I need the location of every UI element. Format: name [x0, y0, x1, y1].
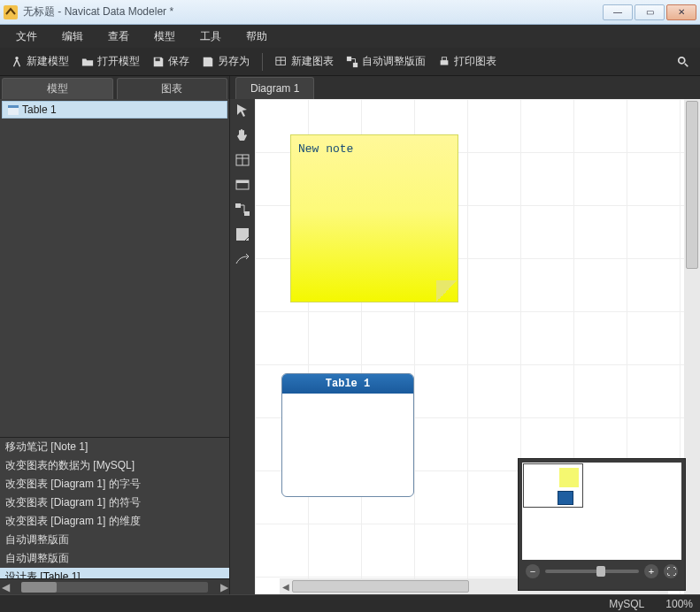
new-table-button[interactable]: 新建图表 [270, 51, 339, 72]
svg-rect-0 [4, 5, 18, 19]
svg-rect-5 [353, 62, 358, 66]
history-item[interactable]: 改变图表 [Diagram 1] 的字号 [0, 475, 229, 493]
right-panel: Diagram 1 New note Table 1 [230, 76, 700, 594]
menu-tools[interactable]: 工具 [188, 26, 234, 48]
save-as-button[interactable]: 另存为 [196, 51, 255, 72]
left-panel: 模型 图表 Table 1 移动笔记 [Note 1] 改变图表的数据为 [My… [0, 76, 230, 594]
folder-open-icon [81, 56, 94, 68]
save-icon [152, 56, 165, 68]
minimize-button[interactable]: — [603, 4, 633, 20]
canvas-vertical-scrollbar[interactable] [684, 99, 700, 594]
menu-help[interactable]: 帮助 [234, 26, 280, 48]
menu-model[interactable]: 模型 [142, 26, 188, 48]
table-plus-icon [275, 56, 288, 68]
menubar: 文件 编辑 查看 模型 工具 帮助 [0, 25, 700, 48]
print-button[interactable]: 打印图表 [433, 51, 502, 72]
history-item[interactable]: 改变图表 [Diagram 1] 的符号 [0, 493, 229, 512]
printer-icon [438, 56, 450, 68]
note-text: New note [298, 142, 353, 156]
tree-panel[interactable]: Table 1 [0, 99, 229, 437]
history-panel[interactable]: 移动笔记 [Note 1] 改变图表的数据为 [MySQL] 改变图表 [Dia… [0, 437, 229, 578]
layout-icon [346, 56, 358, 68]
zoom-out-button[interactable]: − [526, 564, 540, 578]
note-tool-icon[interactable] [235, 226, 250, 242]
menu-file[interactable]: 文件 [4, 26, 50, 48]
table-title: Table 1 [282, 374, 413, 394]
open-model-button[interactable]: 打开模型 [76, 51, 145, 72]
scroll-thumb[interactable] [292, 580, 469, 593]
tab-chart[interactable]: 图表 [117, 78, 228, 99]
tab-model[interactable]: 模型 [2, 78, 113, 99]
svg-rect-13 [236, 180, 249, 183]
note-fold-icon [436, 280, 458, 302]
app-icon [4, 5, 18, 19]
history-item[interactable]: 改变图表的数据为 [MySQL] [0, 456, 229, 475]
compass-icon [11, 56, 23, 68]
statusbar: MySQL 100% [0, 594, 700, 612]
status-zoom: 100% [665, 598, 693, 610]
minimap-canvas[interactable] [522, 463, 681, 560]
view-tool-icon[interactable] [235, 177, 250, 193]
canvas-tabs: Diagram 1 [230, 76, 700, 99]
tab-diagram-1[interactable]: Diagram 1 [235, 77, 314, 99]
note-object[interactable]: New note [290, 134, 458, 302]
save-as-icon [202, 56, 214, 68]
left-tabs: 模型 图表 [0, 76, 229, 99]
print-label: 打印图表 [454, 54, 496, 69]
maximize-button[interactable]: ▭ [635, 4, 665, 20]
svg-rect-15 [244, 211, 250, 216]
scroll-track[interactable] [21, 582, 208, 593]
search-button[interactable] [672, 53, 695, 71]
minimap-viewport[interactable] [523, 463, 583, 508]
menu-view[interactable]: 查看 [96, 26, 142, 48]
history-item-selected[interactable]: 设计表 [Table 1] [0, 568, 229, 578]
canvas-toolbar [230, 99, 255, 594]
left-scrollbar[interactable]: ◀ ▶ [0, 578, 229, 594]
scroll-thumb[interactable] [21, 582, 57, 593]
save-as-label: 另存为 [218, 54, 250, 69]
save-button[interactable]: 保存 [147, 51, 195, 72]
search-icon [677, 56, 689, 68]
new-table-label: 新建图表 [291, 54, 334, 69]
window-title: 无标题 - Navicat Data Modeler * [23, 4, 603, 19]
arrow-tool-icon[interactable] [235, 251, 250, 267]
status-db: MySQL [609, 598, 644, 610]
svg-rect-6 [441, 60, 449, 65]
zoom-slider-track[interactable] [545, 570, 639, 573]
svg-rect-4 [347, 56, 351, 60]
history-item[interactable]: 移动笔记 [Note 1] [0, 438, 229, 456]
tree-item-table1[interactable]: Table 1 [2, 101, 227, 119]
svg-point-8 [679, 57, 685, 63]
zoom-controls: − + ⛶ [522, 560, 681, 583]
pointer-icon[interactable] [235, 103, 250, 119]
history-item[interactable]: 自动调整版面 [0, 549, 229, 568]
history-item[interactable]: 改变图表 [Diagram 1] 的维度 [0, 512, 229, 531]
svg-rect-10 [8, 108, 19, 115]
scroll-left-icon[interactable]: ◀ [280, 582, 292, 592]
tree-item-label: Table 1 [22, 103, 57, 116]
window-controls: — ▭ ✕ [603, 4, 696, 20]
relation-tool-icon[interactable] [235, 202, 250, 218]
minimap-panel[interactable]: − + ⛶ [518, 458, 686, 591]
open-model-label: 打开模型 [97, 54, 140, 69]
svg-rect-9 [8, 105, 19, 108]
close-button[interactable]: ✕ [666, 4, 696, 20]
new-model-label: 新建模型 [27, 54, 69, 69]
zoom-slider-handle[interactable] [596, 566, 605, 577]
table-object[interactable]: Table 1 [281, 373, 414, 497]
menu-edit[interactable]: 编辑 [50, 26, 96, 48]
scroll-right-icon[interactable]: ▶ [219, 581, 229, 593]
auto-layout-label: 自动调整版面 [362, 54, 426, 69]
table-icon [8, 105, 19, 115]
auto-layout-button[interactable]: 自动调整版面 [341, 51, 431, 72]
new-model-button[interactable]: 新建模型 [5, 51, 74, 72]
history-item[interactable]: 自动调整版面 [0, 531, 229, 549]
window-titlebar: 无标题 - Navicat Data Modeler * — ▭ ✕ [0, 0, 700, 25]
hand-icon[interactable] [235, 127, 250, 143]
scroll-left-icon[interactable]: ◀ [0, 581, 11, 593]
svg-rect-7 [442, 57, 446, 60]
zoom-in-button[interactable]: + [644, 564, 658, 578]
table-tool-icon[interactable] [235, 152, 250, 168]
scroll-thumb[interactable] [686, 101, 698, 269]
zoom-fit-button[interactable]: ⛶ [664, 564, 678, 578]
